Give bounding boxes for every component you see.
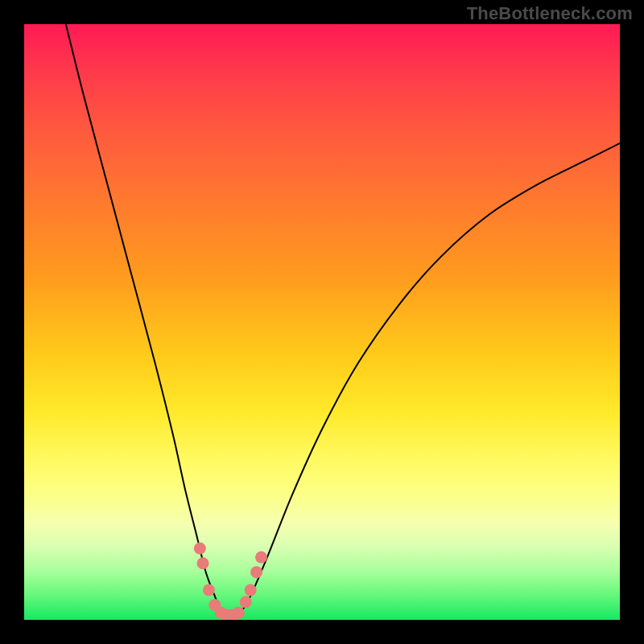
chart-frame: TheBottleneck.com xyxy=(0,0,644,644)
bottleneck-curve xyxy=(66,24,620,617)
highlight-dots xyxy=(194,543,267,620)
highlight-dot xyxy=(250,566,262,578)
plot-area xyxy=(24,24,620,620)
highlight-dot xyxy=(240,596,252,608)
curve-layer xyxy=(24,24,620,620)
highlight-dot xyxy=(194,543,206,555)
highlight-dot xyxy=(203,584,215,597)
highlight-dot xyxy=(255,551,267,564)
watermark-text: TheBottleneck.com xyxy=(467,3,633,24)
highlight-dot xyxy=(233,607,245,619)
highlight-dot xyxy=(245,584,257,597)
highlight-dot xyxy=(197,557,209,569)
